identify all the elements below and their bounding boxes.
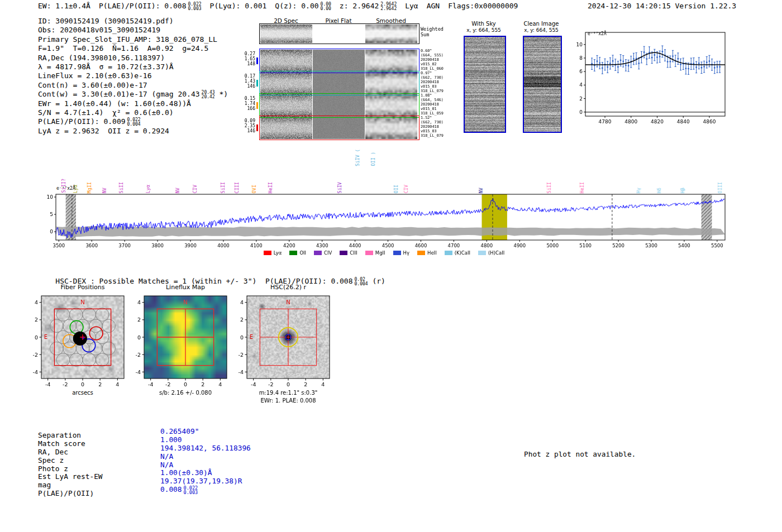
clean-image-title: Clean Image [524,21,559,27]
info-line: P(LAE)/P(OII): 0.0090.0220.004 [38,117,228,126]
spec2d-row-left-values: 0.271.65148 [240,51,255,66]
spec2d-annotation-line: 0.60" [421,49,444,53]
plae-label: P(LAE)/P(OII): [99,2,160,10]
match-value-text: N/A [160,461,173,469]
spectrum-ylabel: e⁻¹⁷x2Å [56,186,75,191]
legend-label: Lyα [274,250,282,256]
match-row-value: N/A [160,452,251,461]
spec2d-row-left-values: 0.171.43146 [240,74,255,89]
spec2d-annotation-line: v015_03 [421,129,444,133]
fiber-positions-panel [22,293,134,389]
match-row-value: 1.000 [160,435,251,444]
match-row-label: RA, Dec [38,448,103,456]
info-line: ID: 3090152419 (3090152419.pdf) [38,17,228,26]
match-value-text: 1.000 [160,435,182,444]
spec2d-annotation-line: (662, 730) [421,120,444,124]
match-row-value: 0.265409" [160,427,251,435]
match-value-text: 1.00(±0.30)Å [160,468,212,477]
legend-item: Hγ [393,250,409,256]
spec2d-row-border [259,49,419,73]
legend-item: HeII [417,250,437,256]
with-sky-title: With Sky [471,21,496,27]
spec2d-row-annotation: 0.60"(664, 555)20200418v015_02318_LL_060 [421,49,444,71]
lineflux-map-title: Lineflux Map [166,284,205,291]
plae-uncertainty: 0.0220.003 [188,2,201,11]
match-value-uncertainty: 0.0220.003 [184,486,198,495]
spec2d-left-value: 0.17 [240,74,255,79]
info-line-text: *) [215,90,228,98]
spec2d-row-tick [256,57,258,64]
match-row-label: Est LyA rest-EW [38,472,103,481]
plae-value: 0.008 [164,2,186,10]
spec2d-row-border [259,116,419,140]
full-spectrum-plot [34,191,735,252]
match-value-text: N/A [160,452,173,461]
qz-value: 0.00 [301,2,318,10]
spec2d-annotation-line: 0.97" [421,71,444,75]
spec2d-row-tick [256,80,258,87]
emission-line-label: SiIV ( [355,149,360,166]
match-value-text: 0.008 [160,485,182,493]
spec2d-left-value: 1.74 [240,101,255,106]
match-row-value: 1.00(±0.30)Å [160,468,251,477]
legend-label: HeII [427,250,437,256]
fiber-positions-title: Fiber Positions [61,284,105,291]
qz-sub: 0.00 [321,7,331,11]
header-bar: EW: 1.1±0.4ÅP(LAE)/P(OII): 0.0080.0220.0… [38,2,518,11]
with-sky-image [464,36,506,133]
agn-label: AGN [427,2,440,10]
spec2d-row-tick [256,102,258,109]
z-summary: z: 2.96422.96422.9642 [340,2,397,10]
spec2d-annotation-line: 20200418 [421,80,444,84]
legend-label: Hγ [403,250,409,256]
info-line: RA,Dec (194.398010,56.118397) [38,54,228,63]
info-line: EWr = 1.40(±0.44) (w: 1.60(±0.48))Å [38,99,228,108]
with-sky-coords: x, y: 664, 555 [466,27,501,33]
spec2d-annotation-line: 1.52" [421,116,444,120]
lineflux-map-panel [125,293,237,389]
spec2d-annotation-line: 1.08" [421,93,444,98]
spec2d-left-value: 146 [240,128,255,133]
elixer-report-page: EW: 1.1±0.4ÅP(LAE)/P(OII): 0.0080.0220.0… [0,0,782,532]
legend-item: (K)CaII [445,250,470,256]
spec2d-annotation-line: 318_LL_059 [421,111,444,116]
match-value-text: 194.398142, 56.118396 [160,444,251,452]
z-sub: 2.9642 [380,7,397,11]
spec2d-row-border [259,93,419,118]
match-row-label: Photo z [38,464,103,473]
timestamp: 2024-12-30 14:20:15 Version 1.22.3 [588,2,736,10]
info-line-text: Cont(w) = 3.30(±0.01)e-17 (gmag 20.43 [38,90,200,98]
spec2d-annotation-line: 20200418 [421,124,444,129]
info-line: Obs: 20200418v015_3090152419 [38,26,228,35]
spec2d-row-annotation: 1.52"(662, 730)20200418v015_03318_LL_079 [421,116,444,138]
qz-label: Q(z): [275,2,297,10]
spectrum-legend: LyαOIICIVCIIIMgIIHγHeII(K)CaII(H)CaII [34,250,735,256]
info-line-text: P(LAE)/P(OII): 0.009 [38,117,126,126]
spec2d-row-left-values: 0.092.35146 [240,118,255,133]
info-sub: 20.42 [202,95,215,99]
classification-label: Lyα [405,2,418,10]
spec2d-annotation-line: (664, 546) [421,98,444,102]
info-line: F=1.9" T=0.126 N̄=1.16 A=0.92 g=24.5 [38,44,228,53]
info-line: LineFlux = 2.10(±0.63)e-16 [38,71,228,80]
legend-item: CIV [314,250,332,256]
match-value-text: 0.265409" [160,427,199,435]
match-row-label: Match score [38,439,103,448]
spec2d-annotation-line: v015_02 [421,62,444,66]
legend-item: Lyα [264,250,282,256]
legend-item: CIII [340,250,357,256]
info-uncertainty: 0.0220.004 [127,118,141,127]
spec2d-annotation-line: 318_LL_079 [421,89,444,93]
plae-sub: 0.003 [188,7,201,11]
legend-label: CIV [324,250,332,256]
match-row-value: 19.37(19.37,19.38)R [160,477,251,485]
spec2d-left-value: 1.43 [240,79,255,84]
legend-swatch [289,251,297,255]
legend-item: MgII [365,250,385,256]
legend-swatch [365,251,373,255]
z-uncertainty: 2.96422.9642 [380,2,397,11]
spec2d-annotation-line: (662, 730) [421,75,444,80]
emission-line-label: OII ) [370,152,376,166]
info-sub: 0.004 [127,122,141,127]
spec2d-weighted-border [259,23,419,44]
